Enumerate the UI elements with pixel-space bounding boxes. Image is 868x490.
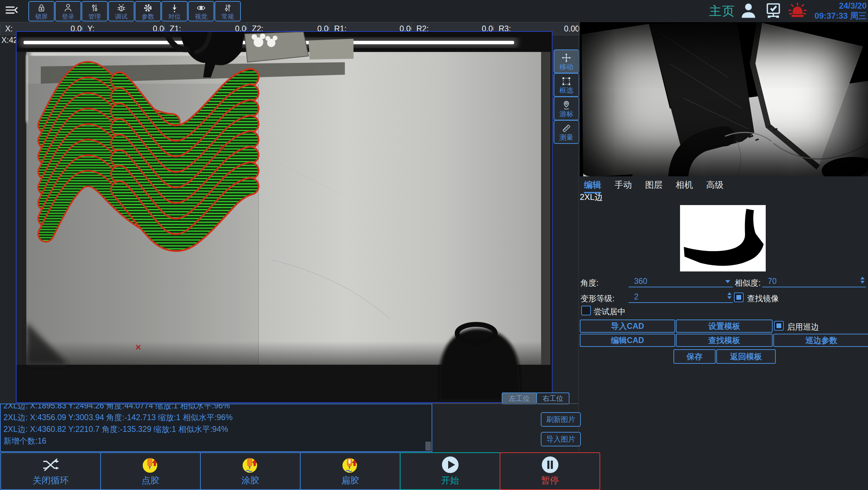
log-lines: 2XL边: X:1895.83 Y:2494.26 角度:44.0774 缩放:…: [1, 404, 432, 447]
station-left-button[interactable]: 左工位: [502, 392, 537, 404]
datetime-display: 24/3/20 09:37:33 周三: [811, 1, 867, 21]
ruler-icon: [561, 123, 572, 133]
refresh-image-button[interactable]: 刷新图片: [541, 412, 581, 427]
station-right-button[interactable]: 右工位: [536, 392, 569, 404]
toolbar-label: 调试: [115, 13, 128, 20]
spinner-arrows-icon[interactable]: [727, 292, 732, 299]
view-tool-cursor[interactable]: 游标: [554, 96, 579, 120]
sliders-icon: [89, 3, 100, 13]
close-loop-button[interactable]: 关闭循环: [0, 452, 101, 490]
deform-value: 2: [634, 292, 639, 302]
view-tool-label: 游标: [559, 110, 573, 118]
pause-icon: [541, 456, 559, 474]
center-label: 尝试居中: [594, 306, 625, 317]
sliders-icon: [223, 3, 233, 13]
tab-layers[interactable]: 图层: [645, 179, 662, 192]
angle-dropdown[interactable]: 360: [629, 276, 733, 287]
import-cad-button[interactable]: 导入CAD: [580, 320, 675, 333]
dot-glue-button[interactable]: 点胶: [100, 452, 201, 490]
eye-icon: [196, 3, 206, 13]
secondary-camera-view[interactable]: [580, 22, 868, 176]
toolbar-button-manage[interactable]: 管理: [82, 1, 108, 21]
similarity-label: 相似度:: [735, 278, 761, 288]
toolbar-button-login[interactable]: 登录: [55, 1, 81, 21]
toolbar-button-debug[interactable]: 调试: [108, 1, 134, 21]
tab-camera[interactable]: 相机: [676, 179, 693, 192]
mirror-checkbox[interactable]: [734, 293, 744, 302]
find-template-button[interactable]: 查找模板: [676, 334, 773, 347]
toolbar-label: 锁屏: [35, 13, 48, 20]
camera-scene: [17, 32, 550, 401]
align-down-icon: [169, 3, 180, 13]
view-tool-label: 移动: [559, 63, 573, 71]
network-monitor-icon[interactable]: [764, 2, 782, 20]
start-icon: [441, 456, 459, 474]
spinner-arrows-icon[interactable]: [860, 277, 865, 284]
gear-icon: [143, 3, 153, 13]
chevron-down-icon: [725, 280, 730, 283]
view-tool-label: 框选: [559, 86, 573, 94]
pin-icon: [561, 100, 572, 110]
glue-coat-icon: [242, 456, 260, 474]
log-line: 2XL边: X:4356.09 Y:3003.94 角度:-142.713 缩放…: [3, 412, 432, 423]
back-template-button[interactable]: 返回模板: [716, 349, 776, 364]
top-toolbar: 锁屏 登录 管理 调试 参数 对位 视觉 常规 主页 24/3/20 09:37…: [0, 0, 868, 21]
main-camera-view[interactable]: [16, 31, 553, 403]
view-tool-move[interactable]: 移动: [554, 49, 579, 73]
toolbar-label: 参数: [142, 13, 154, 20]
view-tool-marquee[interactable]: 框选: [554, 73, 579, 97]
template-shape: [680, 205, 766, 271]
glue-flat-icon: [341, 456, 359, 474]
toolbar-label: 管理: [88, 13, 101, 20]
glue-dot-icon: [142, 456, 160, 474]
patrol-enable-checkbox[interactable]: [774, 321, 784, 331]
edit-cad-button[interactable]: 编辑CAD: [580, 334, 675, 347]
angle-label: 角度:: [581, 278, 598, 288]
angle-value: 360: [634, 277, 647, 286]
center-checkbox[interactable]: [581, 306, 591, 315]
similarity-spinner[interactable]: 70: [762, 276, 866, 287]
lock-icon: [36, 3, 47, 13]
start-button[interactable]: 开始: [400, 452, 500, 490]
loop-off-icon: [42, 456, 60, 474]
similarity-value: 70: [768, 277, 777, 286]
tab-edit[interactable]: 编辑: [584, 179, 601, 193]
save-button[interactable]: 保存: [673, 349, 716, 364]
tab-manual[interactable]: 手动: [614, 179, 632, 192]
toolbar-button-lockscreen[interactable]: 锁屏: [28, 1, 55, 21]
template-shape-preview: [680, 205, 766, 271]
patrol-params-button[interactable]: 巡边参数: [773, 334, 868, 347]
log-scrollbar[interactable]: [425, 442, 431, 451]
template-name: 2XL边: [580, 192, 603, 203]
toolbar-button-vision[interactable]: 视觉: [188, 1, 214, 21]
deform-label: 变形等级:: [581, 293, 614, 304]
view-tool-label: 测量: [559, 133, 573, 141]
log-line: 新增个数:16: [3, 435, 432, 447]
view-tool-measure[interactable]: 测量: [554, 120, 579, 144]
panel-tabs: 编辑 手动 图层 相机 高级: [584, 179, 735, 193]
toolbar-label: 视觉: [195, 13, 207, 20]
bug-icon: [116, 3, 126, 13]
toolbar-button-params[interactable]: 参数: [135, 1, 161, 21]
import-image-button[interactable]: 导入图片: [541, 432, 581, 446]
deform-spinner[interactable]: 2: [629, 291, 733, 303]
set-template-button[interactable]: 设置模板: [676, 320, 773, 333]
secondary-camera-scene: [580, 22, 868, 176]
flat-glue-button[interactable]: 扁胶: [300, 452, 400, 490]
toolbar-label: 对位: [168, 13, 181, 20]
horizontal-divider: [432, 403, 578, 404]
log-line: 2XL边: X:4360.82 Y:2210.7 角度:-135.329 缩放:…: [3, 423, 432, 435]
toolbar-button-align[interactable]: 对位: [161, 1, 188, 21]
detection-log[interactable]: 2XL边: X:1895.83 Y:2494.26 角度:44.0774 缩放:…: [0, 404, 432, 452]
coat-glue-button[interactable]: 涂胶: [200, 452, 301, 490]
marquee-icon: [561, 76, 572, 86]
home-link[interactable]: 主页: [709, 3, 735, 20]
user-profile-icon[interactable]: [739, 2, 757, 20]
menu-icon[interactable]: [4, 3, 20, 19]
mirror-label: 查找镜像: [747, 293, 779, 304]
toolbar-button-general[interactable]: 常规: [215, 1, 241, 21]
toolbar-label: 登录: [62, 13, 74, 20]
alarm-icon[interactable]: [789, 2, 806, 20]
tab-advanced[interactable]: 高级: [706, 179, 724, 192]
pause-button[interactable]: 暂停: [500, 452, 600, 490]
